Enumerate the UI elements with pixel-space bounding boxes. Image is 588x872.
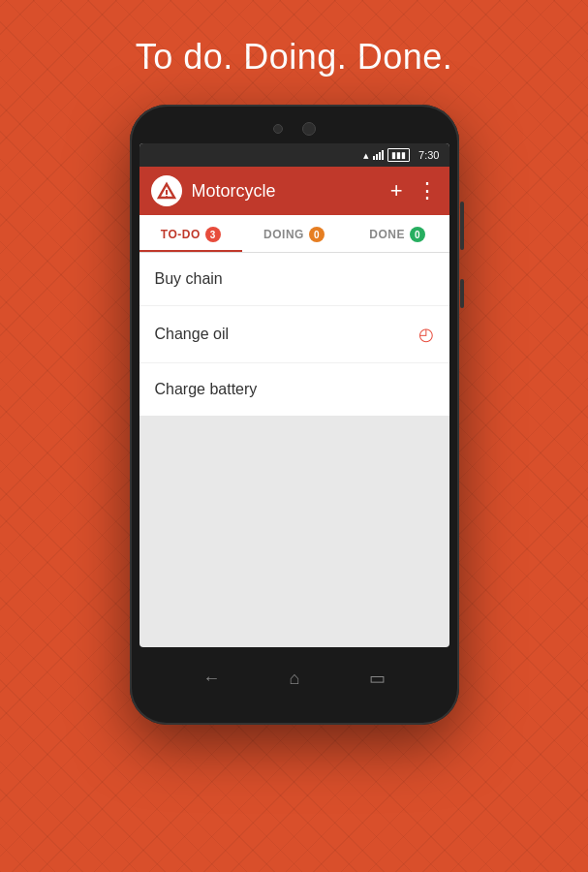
task-item[interactable]: Charge battery (139, 363, 449, 416)
home-button[interactable]: ⌂ (290, 669, 300, 689)
tab-doing-badge: 0 (309, 227, 325, 242)
wifi-icon: ▴ (363, 149, 369, 162)
signal-icon (373, 150, 384, 160)
battery-icon: ▮▮▮ (387, 148, 410, 162)
app-title: Motorcycle (192, 181, 381, 202)
add-button[interactable]: + (390, 180, 403, 202)
task-item[interactable]: Change oil ◴ (139, 306, 449, 362)
tab-todo-label: TO-DO (161, 228, 201, 241)
phone-top-bar (139, 116, 449, 143)
app-bar: Motorcycle + ⋮ (139, 167, 449, 215)
task-item[interactable]: Buy chain (139, 253, 449, 305)
status-time: 7:30 (418, 149, 439, 161)
power-button[interactable] (460, 279, 464, 308)
more-menu-button[interactable]: ⋮ (417, 180, 438, 202)
status-icons: ▴ ▮▮▮ (363, 148, 410, 162)
tab-todo[interactable]: TO-DO 3 (139, 215, 243, 252)
phone-shell: ▴ ▮▮▮ 7:30 (130, 105, 459, 725)
phone-nav-bar: ← ⌂ ▭ (139, 655, 449, 701)
task-text: Change oil (155, 326, 230, 343)
earpiece-speaker (302, 122, 316, 136)
headline: To do. Doing. Done. (0, 0, 588, 105)
alarm-icon: ◴ (418, 324, 434, 345)
tab-todo-badge: 3 (205, 227, 221, 242)
app-bar-actions: + ⋮ (390, 180, 438, 202)
tab-doing[interactable]: DOING 0 (242, 215, 346, 252)
svg-point-2 (166, 196, 168, 198)
tab-done-label: DONE (369, 228, 405, 241)
task-text: Charge battery (155, 381, 258, 398)
recents-button[interactable]: ▭ (369, 668, 386, 689)
task-text: Buy chain (155, 270, 223, 288)
tabs-bar: TO-DO 3 DOING 0 DONE 0 (139, 215, 449, 253)
tab-done-badge: 0 (410, 227, 425, 242)
app-logo-icon (157, 181, 176, 201)
tab-doing-label: DOING (263, 228, 304, 241)
volume-button[interactable] (460, 202, 464, 250)
phone-screen: ▴ ▮▮▮ 7:30 (139, 143, 449, 647)
tab-done[interactable]: DONE 0 (346, 215, 449, 252)
app-logo[interactable] (151, 175, 182, 206)
task-list: Buy chain Change oil ◴ Charge battery (139, 253, 449, 416)
status-bar: ▴ ▮▮▮ 7:30 (139, 143, 449, 167)
back-button[interactable]: ← (202, 669, 220, 689)
front-camera (273, 124, 283, 134)
